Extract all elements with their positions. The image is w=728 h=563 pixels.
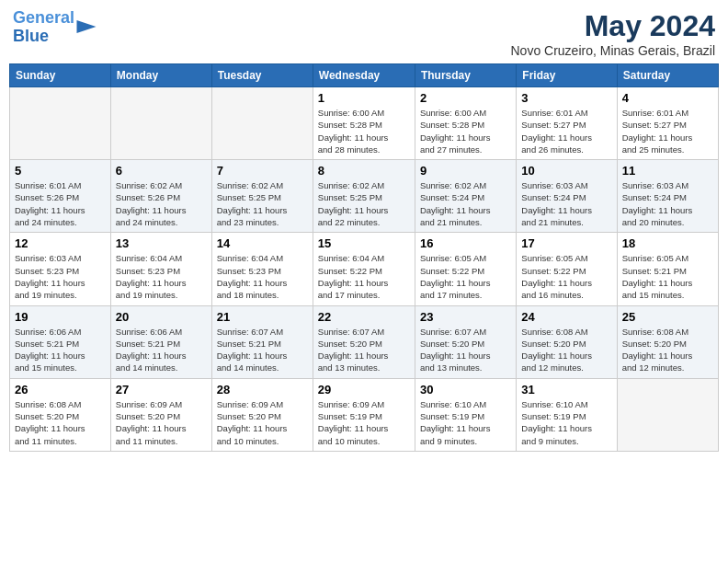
col-monday: Monday bbox=[110, 64, 211, 87]
col-sunday: Sunday bbox=[10, 64, 111, 87]
day-info: Sunrise: 6:08 AM Sunset: 5:20 PM Dayligh… bbox=[622, 326, 713, 374]
table-row: 23Sunrise: 6:07 AM Sunset: 5:20 PM Dayli… bbox=[415, 305, 516, 378]
day-number: 25 bbox=[622, 310, 713, 324]
day-info: Sunrise: 6:09 AM Sunset: 5:19 PM Dayligh… bbox=[318, 398, 410, 447]
day-info: Sunrise: 6:00 AM Sunset: 5:28 PM Dayligh… bbox=[318, 107, 410, 155]
table-row: 31Sunrise: 6:10 AM Sunset: 5:19 PM Dayli… bbox=[517, 378, 617, 451]
table-row: 2Sunrise: 6:00 AM Sunset: 5:28 PM Daylig… bbox=[415, 87, 516, 160]
calendar-week-row: 12Sunrise: 6:03 AM Sunset: 5:23 PM Dayli… bbox=[10, 233, 719, 305]
svg-marker-0 bbox=[77, 20, 97, 33]
day-number: 2 bbox=[420, 91, 511, 105]
day-number: 13 bbox=[116, 236, 207, 250]
day-info: Sunrise: 6:01 AM Sunset: 5:27 PM Dayligh… bbox=[521, 107, 611, 155]
table-row: 29Sunrise: 6:09 AM Sunset: 5:19 PM Dayli… bbox=[313, 378, 415, 451]
day-info: Sunrise: 6:01 AM Sunset: 5:26 PM Dayligh… bbox=[15, 179, 106, 228]
day-info: Sunrise: 6:02 AM Sunset: 5:26 PM Dayligh… bbox=[116, 179, 207, 228]
table-row: 20Sunrise: 6:06 AM Sunset: 5:21 PM Dayli… bbox=[110, 305, 211, 378]
day-number: 29 bbox=[318, 383, 410, 396]
day-info: Sunrise: 6:07 AM Sunset: 5:20 PM Dayligh… bbox=[420, 326, 511, 374]
table-row: 8Sunrise: 6:02 AM Sunset: 5:25 PM Daylig… bbox=[313, 160, 415, 233]
day-number: 12 bbox=[15, 236, 106, 250]
day-number: 8 bbox=[318, 164, 410, 178]
calendar-week-row: 1Sunrise: 6:00 AM Sunset: 5:28 PM Daylig… bbox=[10, 87, 719, 160]
col-wednesday: Wednesday bbox=[313, 64, 415, 87]
table-row: 14Sunrise: 6:04 AM Sunset: 5:23 PM Dayli… bbox=[211, 233, 313, 305]
day-info: Sunrise: 6:06 AM Sunset: 5:21 PM Dayligh… bbox=[116, 326, 207, 374]
calendar-week-row: 5Sunrise: 6:01 AM Sunset: 5:26 PM Daylig… bbox=[10, 160, 719, 233]
calendar-header-row: Sunday Monday Tuesday Wednesday Thursday… bbox=[10, 64, 719, 87]
day-number: 24 bbox=[521, 310, 611, 324]
day-number: 11 bbox=[622, 164, 713, 178]
table-row: 17Sunrise: 6:05 AM Sunset: 5:22 PM Dayli… bbox=[517, 233, 617, 305]
day-info: Sunrise: 6:07 AM Sunset: 5:20 PM Dayligh… bbox=[318, 326, 410, 374]
table-row bbox=[110, 87, 211, 160]
table-row bbox=[211, 87, 313, 160]
table-row: 25Sunrise: 6:08 AM Sunset: 5:20 PM Dayli… bbox=[617, 305, 718, 378]
table-row: 11Sunrise: 6:03 AM Sunset: 5:24 PM Dayli… bbox=[617, 160, 718, 233]
day-info: Sunrise: 6:02 AM Sunset: 5:24 PM Dayligh… bbox=[420, 179, 511, 228]
day-info: Sunrise: 6:04 AM Sunset: 5:23 PM Dayligh… bbox=[116, 252, 207, 301]
day-info: Sunrise: 6:05 AM Sunset: 5:21 PM Dayligh… bbox=[622, 252, 713, 301]
table-row: 18Sunrise: 6:05 AM Sunset: 5:21 PM Dayli… bbox=[617, 233, 718, 305]
day-info: Sunrise: 6:08 AM Sunset: 5:20 PM Dayligh… bbox=[15, 398, 106, 447]
day-info: Sunrise: 6:10 AM Sunset: 5:19 PM Dayligh… bbox=[420, 398, 511, 447]
logo-line2: Blue bbox=[13, 27, 49, 45]
day-number: 7 bbox=[217, 164, 308, 178]
table-row: 12Sunrise: 6:03 AM Sunset: 5:23 PM Dayli… bbox=[10, 233, 111, 305]
day-number: 1 bbox=[318, 91, 410, 105]
day-number: 23 bbox=[420, 310, 511, 324]
table-row: 24Sunrise: 6:08 AM Sunset: 5:20 PM Dayli… bbox=[517, 305, 617, 378]
day-number: 14 bbox=[217, 236, 308, 250]
table-row: 21Sunrise: 6:07 AM Sunset: 5:21 PM Dayli… bbox=[211, 305, 313, 378]
table-row: 13Sunrise: 6:04 AM Sunset: 5:23 PM Dayli… bbox=[110, 233, 211, 305]
day-number: 3 bbox=[521, 91, 611, 105]
day-number: 31 bbox=[521, 383, 611, 396]
day-number: 17 bbox=[521, 236, 611, 250]
table-row: 16Sunrise: 6:05 AM Sunset: 5:22 PM Dayli… bbox=[415, 233, 516, 305]
day-info: Sunrise: 6:02 AM Sunset: 5:25 PM Dayligh… bbox=[318, 179, 410, 228]
table-row: 27Sunrise: 6:09 AM Sunset: 5:20 PM Dayli… bbox=[110, 378, 211, 451]
day-info: Sunrise: 6:05 AM Sunset: 5:22 PM Dayligh… bbox=[521, 252, 611, 301]
table-row: 4Sunrise: 6:01 AM Sunset: 5:27 PM Daylig… bbox=[617, 87, 718, 160]
day-info: Sunrise: 6:00 AM Sunset: 5:28 PM Dayligh… bbox=[420, 107, 511, 155]
logo-arrow-icon bbox=[76, 20, 97, 33]
day-number: 18 bbox=[622, 236, 713, 250]
table-row: 7Sunrise: 6:02 AM Sunset: 5:25 PM Daylig… bbox=[211, 160, 313, 233]
day-number: 27 bbox=[116, 383, 207, 396]
day-info: Sunrise: 6:09 AM Sunset: 5:20 PM Dayligh… bbox=[217, 398, 308, 447]
table-row: 19Sunrise: 6:06 AM Sunset: 5:21 PM Dayli… bbox=[10, 305, 111, 378]
day-number: 5 bbox=[15, 164, 106, 178]
logo-text: General Blue bbox=[13, 9, 74, 46]
col-tuesday: Tuesday bbox=[211, 64, 313, 87]
day-number: 16 bbox=[420, 236, 511, 250]
calendar-table: Sunday Monday Tuesday Wednesday Thursday… bbox=[9, 63, 719, 452]
table-row: 1Sunrise: 6:00 AM Sunset: 5:28 PM Daylig… bbox=[313, 87, 415, 160]
day-info: Sunrise: 6:05 AM Sunset: 5:22 PM Dayligh… bbox=[420, 252, 511, 301]
page-header: General Blue May 2024 Novo Cruzeiro, Min… bbox=[9, 9, 719, 58]
col-friday: Friday bbox=[517, 64, 617, 87]
day-number: 10 bbox=[521, 164, 611, 178]
table-row: 10Sunrise: 6:03 AM Sunset: 5:24 PM Dayli… bbox=[517, 160, 617, 233]
col-thursday: Thursday bbox=[415, 64, 516, 87]
calendar-week-row: 26Sunrise: 6:08 AM Sunset: 5:20 PM Dayli… bbox=[10, 378, 719, 451]
day-number: 26 bbox=[15, 383, 106, 396]
day-info: Sunrise: 6:03 AM Sunset: 5:24 PM Dayligh… bbox=[521, 179, 611, 228]
table-row: 26Sunrise: 6:08 AM Sunset: 5:20 PM Dayli… bbox=[10, 378, 111, 451]
day-number: 28 bbox=[217, 383, 308, 396]
day-info: Sunrise: 6:02 AM Sunset: 5:25 PM Dayligh… bbox=[217, 179, 308, 228]
day-info: Sunrise: 6:09 AM Sunset: 5:20 PM Dayligh… bbox=[116, 398, 207, 447]
day-number: 19 bbox=[15, 310, 106, 324]
day-info: Sunrise: 6:04 AM Sunset: 5:23 PM Dayligh… bbox=[217, 252, 308, 301]
day-info: Sunrise: 6:03 AM Sunset: 5:23 PM Dayligh… bbox=[15, 252, 106, 301]
day-number: 6 bbox=[116, 164, 207, 178]
day-number: 20 bbox=[116, 310, 207, 324]
table-row: 5Sunrise: 6:01 AM Sunset: 5:26 PM Daylig… bbox=[10, 160, 111, 233]
table-row bbox=[617, 378, 718, 451]
table-row: 28Sunrise: 6:09 AM Sunset: 5:20 PM Dayli… bbox=[211, 378, 313, 451]
day-number: 21 bbox=[217, 310, 308, 324]
logo-line1: General bbox=[13, 8, 74, 27]
calendar-week-row: 19Sunrise: 6:06 AM Sunset: 5:21 PM Dayli… bbox=[10, 305, 719, 378]
table-row: 22Sunrise: 6:07 AM Sunset: 5:20 PM Dayli… bbox=[313, 305, 415, 378]
day-info: Sunrise: 6:08 AM Sunset: 5:20 PM Dayligh… bbox=[521, 326, 611, 374]
table-row: 9Sunrise: 6:02 AM Sunset: 5:24 PM Daylig… bbox=[415, 160, 516, 233]
